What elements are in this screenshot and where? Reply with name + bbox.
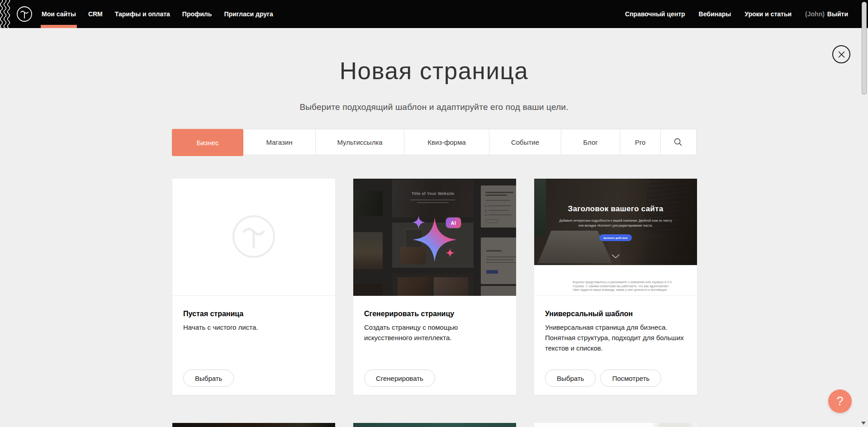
chevron-down-icon xyxy=(612,254,620,259)
card-title: Пустая страница xyxy=(183,310,323,318)
blank-template-thumbnail xyxy=(172,179,335,296)
choose-universal-button[interactable]: Выбрать xyxy=(545,370,596,387)
card-actions: Выбрать Посмотреть xyxy=(545,370,661,387)
nav-item-help-center[interactable]: Справочный центр xyxy=(625,0,685,28)
main-menu: Мои сайты CRM Тарифы и оплата Профиль Пр… xyxy=(42,0,273,28)
card-actions: Сгенерировать xyxy=(364,370,435,387)
generate-button[interactable]: Сгенерировать xyxy=(364,370,435,387)
tab-pro[interactable]: Pro xyxy=(620,129,661,155)
secondary-menu: Справочный центр Вебинары Уроки и статьи… xyxy=(625,0,848,28)
template-card-blank: Пустая страница Начать с чистого листа. … xyxy=(172,179,335,395)
user-name: (John) xyxy=(805,10,825,18)
template-cards: Пустая страница Начать с чистого листа. … xyxy=(172,179,697,395)
card-body: Сгенерировать страницу Создать страницу … xyxy=(353,296,516,395)
template-body-text: Коротко представьтесь и расскажите о ком… xyxy=(573,280,672,292)
card-title: Сгенерировать страницу xyxy=(364,310,504,318)
universal-template-thumbnail[interactable]: Заголовок вашего сайта Добавьте интересн… xyxy=(534,179,697,296)
nav-item-logout[interactable]: (John) Выйти xyxy=(805,0,848,28)
card-description: Начать с чистого листа. xyxy=(183,322,323,332)
card-body: Универсальный шаблон Универсальная стран… xyxy=(534,296,697,395)
hero-cta-button: Целевое действие xyxy=(599,234,632,241)
tilda-logo[interactable] xyxy=(16,6,33,22)
card-actions: Выбрать xyxy=(183,370,234,387)
template-thumbnail-partial[interactable] xyxy=(534,423,697,427)
hero-title: Заголовок вашего сайта xyxy=(534,204,697,214)
next-templates-row xyxy=(0,423,868,427)
template-category-tabs: Бизнес Магазин Мультиссылка Квиз-форма С… xyxy=(172,129,697,155)
nav-item-webinars[interactable]: Вебинары xyxy=(699,0,731,28)
page-subtitle: Выберите подходящий шаблон и адаптируйте… xyxy=(0,102,868,112)
nav-item-invite-friend[interactable]: Пригласи друга xyxy=(224,0,273,28)
tab-multilink[interactable]: Мультиссылка xyxy=(316,129,404,155)
template-card-ai: Title of Your Website xyxy=(353,179,516,395)
ai-sparkle-small-top-icon xyxy=(412,216,425,229)
tab-event[interactable]: Событие xyxy=(489,129,561,155)
template-thumbnail-partial[interactable] xyxy=(353,423,516,427)
ai-badge: AI xyxy=(446,218,461,228)
tab-shop[interactable]: Магазин xyxy=(243,129,316,155)
nav-item-my-sites[interactable]: Мои сайты xyxy=(42,0,76,28)
page-title: Новая страница xyxy=(0,57,868,85)
help-button[interactable]: ? xyxy=(828,389,852,413)
tab-blog[interactable]: Блог xyxy=(561,129,620,155)
nav-item-profile[interactable]: Профиль xyxy=(182,0,212,28)
ai-sparkle-small-bottom-icon xyxy=(446,248,455,257)
card-title: Универсальный шаблон xyxy=(545,310,685,318)
hero-subtitle: Добавьте интересные подробности о вашей … xyxy=(557,218,674,228)
nav-item-crm[interactable]: CRM xyxy=(88,0,103,28)
template-hero-preview: Заголовок вашего сайта Добавьте интересн… xyxy=(534,179,697,265)
ai-template-thumbnail[interactable]: Title of Your Website xyxy=(353,179,516,296)
template-thumbnail-partial[interactable] xyxy=(172,423,335,427)
tab-search[interactable] xyxy=(661,129,695,155)
card-description: Универсальная страница для бизнеса. Поня… xyxy=(545,322,685,353)
tab-business[interactable]: Бизнес xyxy=(172,129,243,156)
scrollbar-thumb[interactable] xyxy=(862,2,867,95)
card-description: Создать страницу с помощью искусственног… xyxy=(364,322,504,343)
zigzag-pattern-icon xyxy=(0,0,12,28)
app-window: Мои сайты CRM Тарифы и оплата Профиль Пр… xyxy=(0,0,868,427)
tab-quiz-form[interactable]: Квиз-форма xyxy=(404,129,489,155)
preview-button[interactable]: Посмотреть xyxy=(600,370,661,387)
hero-text-layer: Заголовок вашего сайта Добавьте интересн… xyxy=(534,179,697,265)
top-navbar: Мои сайты CRM Тарифы и оплата Профиль Пр… xyxy=(0,0,868,28)
template-card-universal: Заголовок вашего сайта Добавьте интересн… xyxy=(534,179,697,395)
scrollbar-down-arrow[interactable] xyxy=(861,422,866,425)
search-icon xyxy=(674,138,683,147)
tilda-watermark-icon xyxy=(232,214,276,259)
nav-item-pricing[interactable]: Тарифы и оплата xyxy=(115,0,170,28)
nav-item-lessons[interactable]: Уроки и статьи xyxy=(745,0,792,28)
choose-blank-button[interactable]: Выбрать xyxy=(183,370,234,387)
card-body: Пустая страница Начать с чистого листа. … xyxy=(172,296,335,395)
logout-label: Выйти xyxy=(827,10,848,18)
